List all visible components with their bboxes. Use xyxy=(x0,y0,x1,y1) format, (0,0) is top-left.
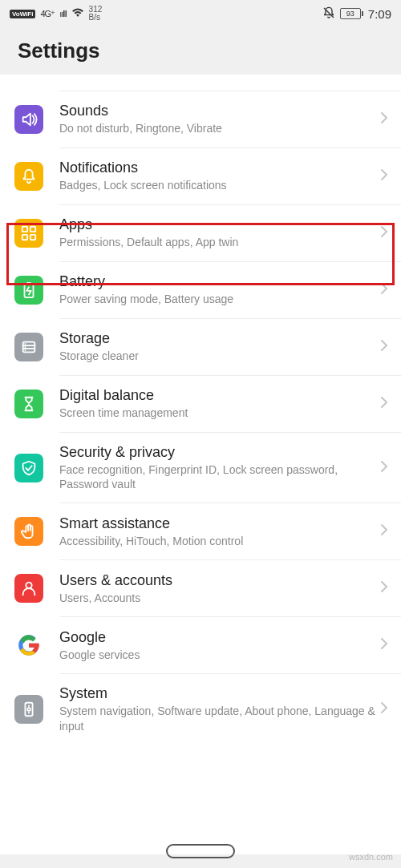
chevron-right-icon xyxy=(375,637,393,653)
status-bar: VoWiFi 4G⁺ ıılll 312B/s 93 7:09 xyxy=(0,0,401,24)
item-title: Sounds xyxy=(59,103,375,119)
item-title: Storage xyxy=(59,330,375,347)
item-text: Google Google services xyxy=(59,629,375,662)
network-type: 4G⁺ xyxy=(40,9,55,19)
svg-rect-3 xyxy=(30,235,35,240)
item-text: Users & accounts Users, Accounts xyxy=(59,572,375,605)
svg-rect-7 xyxy=(25,703,32,717)
settings-item-users-accounts[interactable]: Users & accounts Users, Accounts xyxy=(0,560,401,616)
chevron-right-icon xyxy=(375,339,393,355)
apps-icon xyxy=(14,219,43,248)
item-title: Google xyxy=(59,629,375,646)
network-speed: 312B/s xyxy=(89,6,103,22)
item-text: Digital balance Screen time management xyxy=(59,387,375,420)
svg-rect-2 xyxy=(22,235,27,240)
status-left: VoWiFi 4G⁺ ıılll 312B/s xyxy=(10,6,102,22)
signal-strength-icon: ıılll xyxy=(59,9,66,18)
chevron-right-icon xyxy=(375,701,393,717)
item-subtitle: Do not disturb, Ringtone, Vibrate xyxy=(59,121,375,135)
vowifi-badge: VoWiFi xyxy=(10,10,35,18)
chevron-right-icon xyxy=(375,580,393,596)
settings-item-system[interactable]: System System navigation, Software updat… xyxy=(0,674,401,744)
settings-item-sounds[interactable]: Sounds Do not disturb, Ringtone, Vibrate xyxy=(0,91,401,147)
status-right: 93 7:09 xyxy=(322,6,391,22)
item-subtitle: Users, Accounts xyxy=(59,591,375,605)
mute-icon xyxy=(322,6,335,22)
item-subtitle: Face recognition, Fingerprint ID, Lock s… xyxy=(59,462,375,491)
hourglass-icon xyxy=(14,390,43,418)
svg-point-6 xyxy=(26,583,31,588)
item-text: Sounds Do not disturb, Ringtone, Vibrate xyxy=(59,103,375,135)
settings-item-smart-assistance[interactable]: Smart assistance Accessibility, HiTouch,… xyxy=(0,503,401,559)
chevron-right-icon xyxy=(375,225,393,241)
svg-rect-0 xyxy=(22,227,27,232)
item-text: Smart assistance Accessibility, HiTouch,… xyxy=(59,515,375,548)
item-text: Apps Permissions, Default apps, App twin xyxy=(59,216,375,249)
chevron-right-icon xyxy=(375,396,393,412)
hand-icon xyxy=(14,517,43,546)
item-subtitle: Power saving mode, Battery usage xyxy=(59,292,375,306)
item-title: Apps xyxy=(59,216,375,233)
svg-rect-1 xyxy=(30,227,35,232)
watermark: wsxdn.com xyxy=(349,852,393,862)
settings-item-security-privacy[interactable]: Security & privacy Face recognition, Fin… xyxy=(0,433,401,503)
settings-item-notifications[interactable]: Notifications Badges, Lock screen notifi… xyxy=(0,148,401,204)
settings-item-google[interactable]: Google Google services xyxy=(0,617,401,673)
settings-item-apps[interactable]: Apps Permissions, Default apps, App twin xyxy=(0,205,401,261)
settings-list-container[interactable]: Sounds Do not disturb, Ringtone, Vibrate… xyxy=(0,75,401,854)
item-subtitle: Storage cleaner xyxy=(59,349,375,363)
item-text: Storage Storage cleaner xyxy=(59,330,375,363)
settings-item-battery[interactable]: Battery Power saving mode, Battery usage xyxy=(0,262,401,318)
home-indicator[interactable] xyxy=(166,844,235,858)
user-icon xyxy=(14,574,43,603)
svg-point-8 xyxy=(27,708,30,711)
page-title: Settings xyxy=(18,38,383,63)
settings-item-digital-balance[interactable]: Digital balance Screen time management xyxy=(0,376,401,432)
item-text: Battery Power saving mode, Battery usage xyxy=(59,273,375,306)
item-text: Notifications Badges, Lock screen notifi… xyxy=(59,159,375,192)
item-title: System xyxy=(59,685,375,702)
item-title: Smart assistance xyxy=(59,515,375,532)
item-title: Digital balance xyxy=(59,387,375,404)
chevron-right-icon xyxy=(375,168,393,184)
sound-icon xyxy=(14,105,43,134)
item-subtitle: Badges, Lock screen notifications xyxy=(59,178,375,192)
chevron-right-icon xyxy=(375,282,393,298)
item-subtitle: Permissions, Default apps, App twin xyxy=(59,235,375,249)
item-subtitle: Accessibility, HiTouch, Motion control xyxy=(59,534,375,548)
item-title: Users & accounts xyxy=(59,572,375,589)
chevron-right-icon xyxy=(375,111,393,127)
shield-icon xyxy=(14,454,43,482)
item-subtitle: Google services xyxy=(59,648,375,662)
item-text: Security & privacy Face recognition, Fin… xyxy=(59,444,375,491)
storage-icon xyxy=(14,333,43,361)
item-subtitle: System navigation, Software update, Abou… xyxy=(59,704,375,733)
google-icon xyxy=(14,631,43,660)
chevron-right-icon xyxy=(375,523,393,539)
wifi-icon xyxy=(71,8,84,20)
page-header: Settings xyxy=(0,24,401,75)
settings-item-storage[interactable]: Storage Storage cleaner xyxy=(0,319,401,375)
system-icon xyxy=(14,695,43,724)
item-title: Security & privacy xyxy=(59,444,375,461)
bell-icon xyxy=(14,162,43,191)
item-title: Notifications xyxy=(59,159,375,176)
item-title: Battery xyxy=(59,273,375,290)
item-subtitle: Screen time management xyxy=(59,406,375,420)
battery-indicator: 93 xyxy=(340,8,363,19)
clock: 7:09 xyxy=(368,7,391,21)
item-text: System System navigation, Software updat… xyxy=(59,685,375,733)
chevron-right-icon xyxy=(375,460,393,476)
battery-icon xyxy=(14,276,43,305)
